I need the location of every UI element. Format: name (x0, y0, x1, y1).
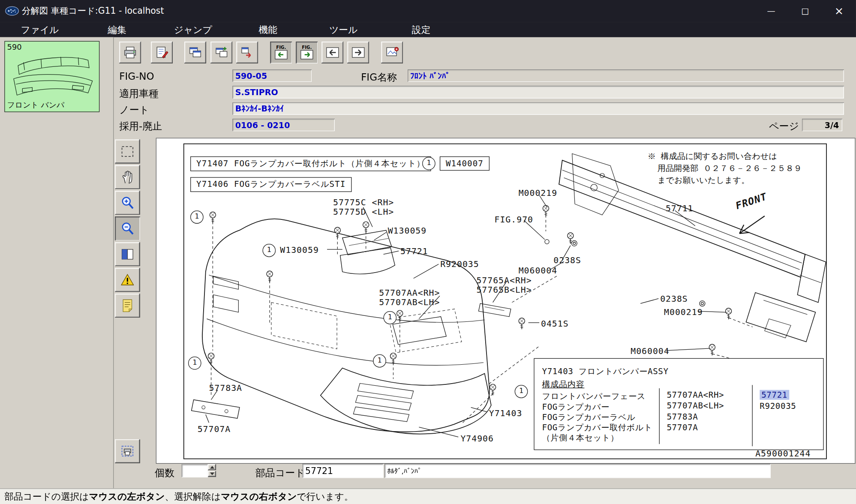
component-part-number[interactable]: 57707AA<RH> (667, 390, 724, 401)
part-label-0238s-left[interactable]: 0238S (553, 255, 581, 265)
menu-func[interactable]: 機能 (259, 24, 277, 36)
part-label-57721[interactable]: 57721 (400, 246, 428, 256)
model-field[interactable]: S.STIPRO (232, 86, 844, 98)
fig-name-field[interactable]: ﾌﾛﾝﾄ ﾊﾞﾝﾊﾟ (408, 69, 844, 82)
menu-bar: ファイル 編集 ジャンプ 機能 ツール 設定 (0, 22, 856, 37)
transfer-window-icon (240, 46, 254, 59)
warning-tool-button[interactable] (115, 268, 140, 292)
period-value: 0106 - 0210 (232, 119, 335, 130)
fig-next-button[interactable]: FIG. (296, 42, 318, 63)
window-title: 分解図 車種コード:G11 - localhost (22, 6, 164, 17)
part-label-m060004-right[interactable]: M060004 (631, 346, 670, 356)
part-label-y71403[interactable]: Y71403 (489, 408, 523, 418)
arrow-back-icon (325, 46, 339, 58)
zoom-in-tool-button[interactable] (115, 191, 140, 215)
capture-tool-button[interactable] (115, 439, 140, 463)
part-label-57707ab[interactable]: 57707AB<LH> (379, 297, 440, 307)
callout-1-circle: 1 (515, 385, 528, 398)
figure-caption: フロント バンパ (7, 101, 65, 111)
part-label-57775d[interactable]: 57775D <LH> (333, 207, 394, 217)
fig-previous-button[interactable]: FIG. (270, 42, 292, 63)
callout-1-circle: 1 (190, 210, 204, 224)
part-label-57775c[interactable]: 57775C <RH> (333, 198, 394, 207)
menu-jump[interactable]: ジャンプ (174, 24, 212, 36)
model-value: S.STIPRO (232, 86, 844, 97)
info-divider (752, 385, 753, 446)
title-bar: 分解図 車種コード:G11 - localhost — □ × (0, 0, 856, 22)
part-name-input[interactable] (384, 464, 771, 478)
component-part-number[interactable]: 57707AB<LH> (667, 400, 724, 411)
figure-thumbnail[interactable]: 590 フロント バンパ (4, 41, 99, 112)
part-label-y71406[interactable]: Y71406 FOGランプカバーラベルSTI (190, 177, 351, 192)
zoom-out-tool-button[interactable] (115, 216, 140, 240)
window-add-button[interactable] (210, 42, 232, 63)
part-label-m000219-right[interactable]: M000219 (664, 307, 703, 317)
back-button[interactable] (321, 42, 343, 63)
part-label-57707aa[interactable]: 57707AA<RH> (379, 288, 440, 298)
part-label-w130059-top[interactable]: W130059 (388, 226, 427, 236)
part-label-w130059-left[interactable]: W130059 (280, 245, 319, 255)
part-label-57711[interactable]: 57711 (666, 204, 694, 213)
part-label-m000219-top[interactable]: M000219 (519, 188, 558, 198)
component-part-number[interactable]: 57707A (667, 422, 724, 433)
period-field[interactable]: 0106 - 0210 (232, 119, 335, 131)
close-button[interactable]: × (822, 0, 856, 22)
part-label-y74906[interactable]: Y74906 (460, 434, 494, 444)
component-part-number[interactable]: R920035 (760, 401, 796, 412)
warning-triangle-icon (120, 273, 135, 287)
arrow-forward-icon (351, 46, 365, 58)
maximize-button[interactable]: □ (788, 0, 822, 22)
image-icon (385, 46, 399, 59)
part-label-r920035[interactable]: R920035 (440, 259, 479, 269)
info-divider (659, 388, 660, 444)
image-view-button[interactable] (381, 42, 403, 63)
zoom-in-icon (120, 196, 135, 210)
memo-note-icon (121, 299, 134, 313)
selected-part-number[interactable]: 57721 (760, 390, 789, 400)
fig-next-label: FIG. (302, 45, 312, 50)
fig-no-field[interactable]: 590-05 (232, 69, 312, 82)
fig-no-label: FIG-NO (119, 71, 154, 82)
part-label-y71407[interactable]: Y71407 FOGランプカバー取付ボルト（片側４本セット） (190, 156, 431, 171)
menu-edit[interactable]: 編集 (108, 24, 126, 36)
quantity-down-button[interactable] (208, 471, 216, 477)
quantity-up-button[interactable] (208, 464, 216, 470)
fig-970-reference[interactable]: FIG.970 (495, 215, 534, 225)
note-field[interactable]: Bﾈﾝｶｲ-Bﾈﾝｶｲ (232, 102, 844, 115)
window-transfer-button[interactable] (236, 42, 258, 63)
zoom-out-icon (120, 222, 135, 236)
component-part-number[interactable]: 57783A (667, 411, 724, 423)
part-label-0238s-right[interactable]: 0238S (660, 294, 688, 304)
menu-file[interactable]: ファイル (21, 24, 59, 36)
report-edit-button[interactable] (151, 42, 173, 63)
capture-print-icon (120, 444, 135, 458)
component-name: FOGランプカバー取付ボルト (542, 423, 653, 433)
status-text: で行います。 (297, 491, 353, 502)
component-name: フロントバンパーフェース (542, 392, 653, 402)
split-view-tool-button[interactable] (115, 242, 140, 266)
part-label-57765a[interactable]: 57765A<RH> (476, 276, 532, 285)
menu-tools[interactable]: ツール (329, 24, 357, 36)
part-label-57783a[interactable]: 57783A (209, 383, 242, 393)
part-label-57765b[interactable]: 57765B<LH> (476, 285, 532, 295)
callout-1-circle: 1 (383, 311, 396, 324)
part-code-input[interactable] (303, 464, 384, 478)
window-cascade-button[interactable] (184, 42, 206, 63)
quantity-label: 個数 (155, 466, 174, 480)
diagram-canvas[interactable]: Y71407 FOGランプカバー取付ボルト（片側４本セット） 1 W140007… (156, 138, 856, 464)
menu-settings[interactable]: 設定 (412, 24, 430, 36)
part-label-m060004-left[interactable]: M060004 (519, 266, 558, 276)
memo-tool-button[interactable] (115, 294, 140, 318)
part-label-0451s[interactable]: 0451S (541, 319, 569, 329)
pan-tool-button[interactable] (115, 165, 140, 189)
print-button[interactable] (119, 42, 141, 63)
part-label-57707a[interactable]: 57707A (198, 424, 231, 434)
minimize-button[interactable]: — (754, 0, 788, 22)
part-label-w140007[interactable]: W140007 (440, 156, 490, 171)
note-value: Bﾈﾝｶｲ-Bﾈﾝｶｲ (232, 102, 844, 114)
forward-button[interactable] (347, 42, 369, 63)
fig-name-value: ﾌﾛﾝﾄ ﾊﾞﾝﾊﾟ (408, 69, 844, 81)
select-tool-button[interactable] (115, 139, 140, 163)
component-name: FOGランプカバー (542, 402, 653, 412)
quantity-input[interactable] (182, 464, 208, 477)
